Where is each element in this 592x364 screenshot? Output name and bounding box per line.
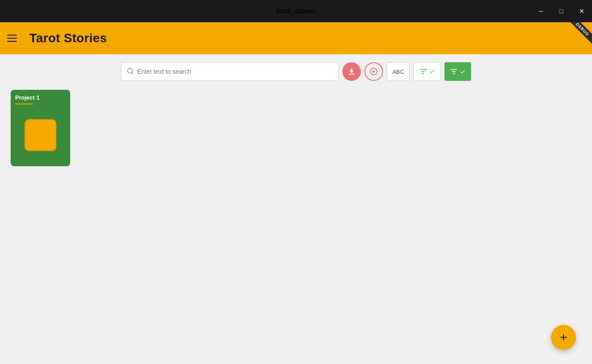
hamburger-menu-icon[interactable]: [7, 30, 23, 46]
download-button[interactable]: [342, 62, 361, 81]
project-card[interactable]: Project 1: [11, 90, 70, 166]
fab-add-button[interactable]: +: [551, 325, 576, 350]
svg-rect-2: [348, 74, 354, 75]
hamburger-line: [7, 41, 17, 42]
filter-button[interactable]: [413, 62, 441, 81]
svg-rect-14: [39, 132, 42, 140]
check-all-button[interactable]: [444, 62, 471, 81]
project-icon-container: [15, 108, 66, 162]
projects-grid: Project 1: [11, 90, 581, 166]
hamburger-line: [7, 38, 17, 39]
search-container: [121, 62, 339, 81]
svg-line-1: [132, 72, 133, 74]
titlebar-controls: ─ □ ✕: [531, 0, 592, 22]
svg-rect-13: [35, 136, 37, 140]
app-header: Tarot Stories DEBUG: [0, 22, 592, 54]
chart-icon-wrapper: [24, 119, 56, 151]
text-format-button[interactable]: ABC: [387, 62, 410, 81]
project-name-underline: [15, 104, 33, 104]
abc-label: ABC: [392, 68, 404, 75]
debug-badge-label: DEBUG: [568, 22, 592, 44]
app-title: Tarot Stories: [29, 31, 107, 45]
titlebar: tarot_stories ─ □ ✕: [0, 0, 592, 22]
minimize-button[interactable]: ─: [531, 0, 551, 22]
close-button[interactable]: ✕: [572, 0, 592, 22]
titlebar-title: tarot_stories: [276, 7, 316, 15]
add-circle-button[interactable]: [364, 62, 383, 81]
bar-chart-icon: [31, 125, 50, 145]
toolbar: ABC: [11, 62, 581, 81]
project-name: Project 1: [15, 94, 66, 101]
svg-rect-15: [44, 134, 46, 141]
debug-badge: DEBUG: [565, 22, 592, 49]
search-icon: [127, 68, 134, 76]
search-input[interactable]: [137, 68, 333, 75]
hamburger-line: [7, 35, 17, 36]
svg-rect-16: [35, 129, 37, 131]
main-content: ABC: [0, 54, 592, 364]
maximize-button[interactable]: □: [551, 0, 572, 22]
